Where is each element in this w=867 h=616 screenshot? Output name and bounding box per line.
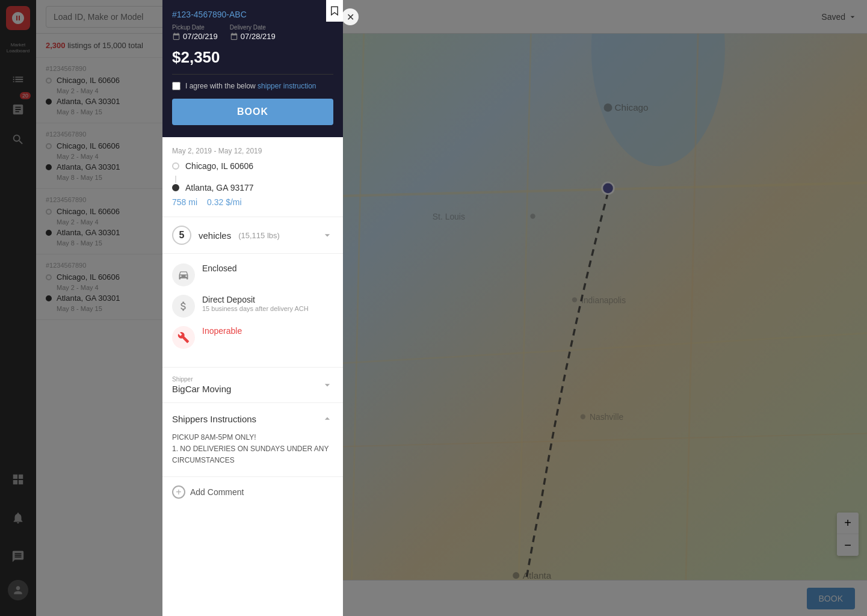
modal-load-id: #123-4567890-ABC	[172, 10, 333, 19]
modal-route-section: May 2, 2019 - May 12, 2019 Chicago, IL 6…	[162, 137, 343, 217]
modal-overlay: #123-4567890-ABC Pickup Date 07/20/219 D…	[0, 0, 867, 616]
instruction-line1: PICKUP 8AM-5PM ONLY!	[172, 432, 333, 443]
bookmark-button[interactable]	[326, 0, 343, 22]
direct-deposit-icon-circle	[172, 295, 195, 318]
inoperable-text-container: Inoperable	[202, 326, 242, 336]
modal-destination: Atlanta, GA 93177	[185, 183, 254, 192]
instructions-header[interactable]: Shippers Instructions	[172, 413, 333, 425]
instructions-content: PICKUP 8AM-5PM ONLY! 1. NO DELIVERIES ON…	[172, 432, 333, 467]
instructions-title: Shippers Instructions	[172, 414, 256, 424]
modal-origin-dot	[172, 162, 179, 170]
pickup-date-label: Pickup Date	[172, 24, 218, 31]
vehicles-left: 5 vehicles (15,115 lbs)	[172, 226, 280, 245]
modal-shipper-section[interactable]: Shipper BigCar Moving	[162, 368, 343, 403]
modal-stats: 758 mi 0.32 $/mi	[172, 197, 333, 207]
modal-vehicles-section[interactable]: 5 vehicles (15,115 lbs)	[162, 217, 343, 254]
shipper-info: Shipper BigCar Moving	[172, 376, 231, 394]
vehicles-count: 5	[172, 226, 191, 245]
vehicles-weight: (15,115 lbs)	[238, 231, 280, 240]
delivery-date-label: Delivery Date	[230, 24, 276, 31]
add-comment-icon: +	[172, 485, 185, 499]
vehicles-label: vehicles	[199, 230, 231, 241]
agree-text: I agree with the below shipper instructi…	[185, 82, 316, 90]
instructions-collapse-icon	[321, 413, 333, 425]
pickup-date-value: 07/20/219	[172, 32, 218, 41]
modal-close-button[interactable]: ✕	[342, 8, 359, 25]
modal-origin: Chicago, IL 60606	[185, 161, 253, 171]
feature-inoperable-row: Inoperable	[172, 326, 333, 349]
add-comment-label: Add Comment	[190, 487, 244, 497]
modal-header: #123-4567890-ABC Pickup Date 07/20/219 D…	[162, 0, 343, 137]
agree-row: I agree with the below shipper instructi…	[172, 82, 333, 90]
feature-enclosed-row: Enclosed	[172, 263, 333, 286]
modal-price: $2,350	[172, 48, 333, 75]
enclosed-text: Enclosed	[202, 263, 237, 273]
pickup-date-group: Pickup Date 07/20/219	[172, 24, 218, 41]
agree-checkbox[interactable]	[172, 82, 180, 90]
modal-rate: 0.32 $/mi	[207, 197, 242, 207]
instruction-line2: 1. NO DELIVERIES ON SUNDAYS UNDER ANY CI…	[172, 443, 333, 466]
direct-deposit-text: Direct Deposit 15 business days after de…	[202, 295, 309, 312]
feature-direct-deposit-row: Direct Deposit 15 business days after de…	[172, 295, 333, 318]
modal-date-range: May 2, 2019 - May 12, 2019	[172, 147, 333, 155]
shipper-instruction-link[interactable]: shipper instruction	[258, 82, 316, 90]
modal-instructions-section: Shippers Instructions PICKUP 8AM-5PM ONL…	[162, 403, 343, 477]
modal-miles: 758 mi	[172, 197, 197, 207]
book-button[interactable]: BOOK	[172, 99, 333, 125]
shipper-expand-icon	[321, 379, 333, 391]
modal-panel: #123-4567890-ABC Pickup Date 07/20/219 D…	[162, 0, 343, 616]
modal-destination-point: Atlanta, GA 93177	[172, 183, 333, 192]
enclosed-icon-circle	[172, 263, 195, 286]
inoperable-icon-circle	[172, 326, 195, 349]
modal-body: May 2, 2019 - May 12, 2019 Chicago, IL 6…	[162, 137, 343, 507]
route-connector	[175, 176, 176, 183]
modal-origin-point: Chicago, IL 60606	[172, 161, 333, 171]
delivery-date-value: 07/28/219	[230, 32, 276, 41]
modal-destination-dot	[172, 184, 179, 191]
modal-dates: Pickup Date 07/20/219 Delivery Date 07/2…	[172, 24, 333, 41]
modal-features-section: Enclosed Direct Deposit 15 business days…	[162, 254, 343, 368]
vehicles-expand-icon	[321, 229, 333, 241]
add-comment-section[interactable]: + Add Comment	[162, 477, 343, 507]
delivery-date-group: Delivery Date 07/28/219	[230, 24, 276, 41]
